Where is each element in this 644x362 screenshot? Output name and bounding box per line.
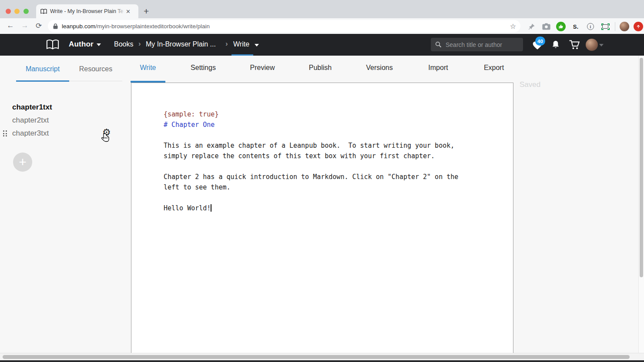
chrome-profile-avatar[interactable]	[620, 22, 629, 31]
url-text: leanpub.com/myin-browserplaintexteditorb…	[62, 23, 506, 30]
toolbar-divider	[615, 22, 615, 31]
breadcrumb-write[interactable]: Write	[233, 40, 249, 48]
tab-title: Write - My In-Browser Plain Te	[50, 8, 125, 14]
close-tab-icon[interactable]: ✕	[126, 8, 131, 15]
horizontal-scrollbar[interactable]	[0, 353, 644, 360]
extension-area: S. i	[522, 21, 643, 32]
active-tab-underline	[131, 81, 165, 83]
editor-textarea[interactable]: {sample: true} # Chapter One This is an …	[164, 109, 458, 213]
breadcrumb-chevron-icon: ›	[138, 40, 141, 48]
zoom-window-button[interactable]	[23, 9, 29, 14]
code-line-blank	[164, 193, 458, 203]
file-chapter3[interactable]: chapter3txt	[12, 129, 49, 138]
code-line-heading: # Chapter One	[164, 120, 458, 130]
s-extension-icon[interactable]: S.	[570, 21, 581, 32]
tab-manuscript[interactable]: Manuscript	[16, 58, 69, 81]
editor-panel: {sample: true} # Chapter One This is an …	[131, 83, 513, 354]
notification-count-badge[interactable]: 40	[535, 37, 545, 46]
close-window-button[interactable]	[6, 9, 11, 14]
code-line-meta: {sample: true}	[164, 109, 458, 120]
forward-icon[interactable]: →	[20, 21, 30, 30]
new-tab-button[interactable]: +	[144, 5, 149, 17]
code-line: left to see them.	[164, 182, 458, 193]
tab-resources[interactable]: Resources	[69, 58, 122, 81]
padlock-icon[interactable]	[53, 23, 58, 29]
url-path: /myin-browserplaintexteditorbook/write/p…	[95, 23, 210, 30]
back-icon[interactable]: ←	[6, 21, 15, 30]
horizontal-scrollbar-thumb[interactable]	[3, 355, 630, 359]
chevron-down-icon	[255, 44, 259, 46]
author-menu[interactable]: Author	[69, 40, 94, 49]
mouse-cursor	[101, 133, 110, 145]
minimize-window-button[interactable]	[14, 9, 20, 14]
tab-export[interactable]: Export	[484, 64, 504, 72]
bookmark-star-icon[interactable]: ☆	[510, 22, 516, 30]
thumbs-up-extension-icon[interactable]	[556, 21, 566, 32]
bell-icon[interactable]	[551, 40, 560, 52]
sidebar-tab-bar: Manuscript Resources	[16, 58, 122, 81]
browser-tab[interactable]: Write - My In-Browser Plain Te ✕	[36, 4, 138, 18]
vertical-scrollbar-thumb[interactable]	[640, 58, 643, 277]
code-line-blank	[164, 161, 458, 172]
active-crumb-underline	[231, 54, 253, 56]
leanpub-logo-icon[interactable]	[46, 39, 59, 52]
breadcrumb-chevron-icon: ›	[225, 40, 228, 48]
reload-icon[interactable]: ⟳	[34, 21, 44, 30]
tab-publish[interactable]: Publish	[309, 64, 332, 72]
cart-icon[interactable]	[569, 40, 580, 52]
info-extension-icon[interactable]: i	[585, 21, 596, 32]
pin-extension-icon[interactable]	[526, 21, 537, 32]
tab-versions[interactable]: Versions	[366, 64, 392, 72]
browser-window: Write - My In-Browser Plain Te ✕ + ← → ⟳…	[0, 0, 644, 362]
file-chapter1[interactable]: chapter1txt	[12, 103, 52, 112]
screen-capture-extension-icon[interactable]	[600, 21, 610, 32]
search-icon	[435, 41, 442, 48]
url-domain: leanpub.com	[62, 23, 95, 30]
chrome-update-icon[interactable]	[634, 22, 643, 31]
window-bottom-edge	[0, 360, 644, 362]
browser-tab-strip: Write - My In-Browser Plain Te ✕ +	[0, 0, 644, 18]
search-box[interactable]	[431, 38, 523, 51]
tab-write[interactable]: Write	[140, 64, 156, 72]
leanpub-header: Author Books › My In-Browser Plain ... ›…	[0, 34, 644, 56]
chevron-down-icon	[97, 43, 101, 46]
text-caret	[211, 204, 211, 212]
file-chapter2[interactable]: chapter2txt	[12, 116, 49, 125]
user-avatar[interactable]	[586, 39, 598, 51]
vertical-scrollbar[interactable]	[638, 56, 644, 353]
code-line: This is an example chapter of a Leanpub …	[164, 140, 458, 151]
tab-preview[interactable]: Preview	[250, 64, 275, 72]
save-status: Saved	[520, 80, 540, 89]
camera-extension-icon[interactable]	[541, 21, 551, 32]
tab-import[interactable]: Import	[428, 64, 448, 72]
search-input[interactable]	[446, 41, 515, 48]
breadcrumb-books[interactable]: Books	[114, 40, 133, 48]
leanpub-favicon-icon	[40, 9, 47, 14]
chevron-down-icon	[599, 44, 604, 46]
add-chapter-button[interactable]: +	[13, 153, 32, 172]
code-line-blank	[164, 130, 458, 140]
code-line: simply replace the contents of this text…	[164, 151, 458, 161]
address-bar[interactable]: leanpub.com/myin-browserplaintexteditorb…	[48, 20, 520, 32]
code-line-hello: Hello World!	[164, 203, 458, 213]
tab-settings[interactable]: Settings	[191, 64, 216, 72]
drag-handle-icon[interactable]	[3, 130, 7, 136]
breadcrumb-book-title[interactable]: My In-Browser Plain ...	[146, 40, 216, 48]
code-line: Chapter 2 has a quick introduction to Ma…	[164, 172, 458, 182]
